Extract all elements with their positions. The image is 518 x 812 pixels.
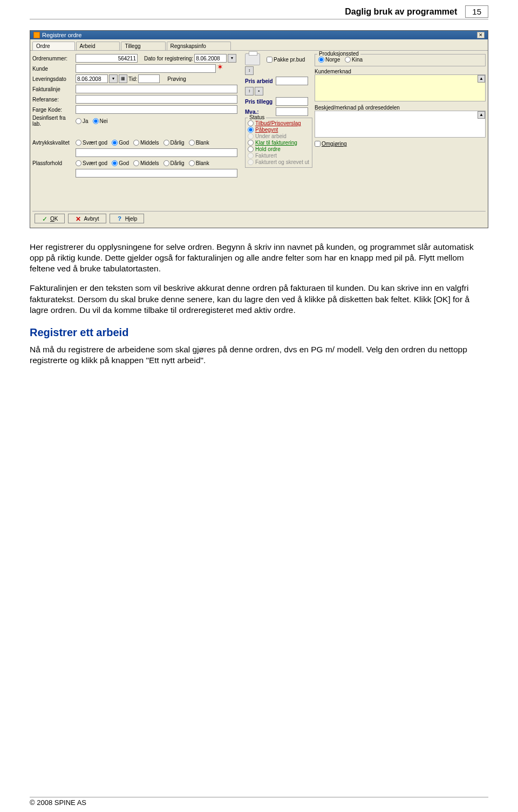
tabstrip: Ordre Arbeid Tillegg Regnskapsinfo [30,39,488,50]
heading-registrer-arbeid: Registrer ett arbeid [30,326,488,339]
desinfisert-ja[interactable]: Ja [76,118,88,124]
referanse-label: Referanse: [32,97,74,103]
pris-arbeid-input[interactable] [276,77,308,85]
kundemerknad-box[interactable]: ▲ [315,74,486,101]
avtrykk-middels[interactable]: Middels [133,140,159,146]
mva-input[interactable] [276,107,308,116]
prod-norge[interactable]: Norge [318,57,340,63]
page-header: Daglig bruk av programmet 15 [30,5,488,19]
ok-button[interactable]: ✓ OOKK [35,214,65,223]
cursor-icon: ✶ [217,63,223,71]
proving-label: Prøving [167,76,186,82]
check-icon: ✓ [42,215,48,222]
ordrenummer-input[interactable] [76,54,138,63]
spin-icon[interactable]: ↕ [245,66,254,75]
calendar-icon[interactable]: ▦ [119,74,127,83]
tab-arbeid[interactable]: Arbeid [76,42,120,50]
dropdown-icon[interactable]: ▾ [109,74,118,83]
dato-reg-input[interactable] [194,54,227,63]
tid-input[interactable] [138,74,160,83]
prodsted-group: Produksjonssted Norge Kina [315,54,486,66]
window-title: Registrer ordre [42,32,81,38]
pakke-checkbox[interactable]: Pakke pr.bud [267,57,305,63]
printer-icon [245,53,260,65]
avtrykk-note-input[interactable] [76,148,237,157]
kunde-input[interactable] [76,64,216,73]
plass-blank[interactable]: Blank [189,160,209,166]
button-bar: ✓ OOKK ✕ Avbryt ? Hjelp [32,211,486,226]
leveringsdato-input[interactable] [76,74,108,83]
page-number: 15 [465,5,488,18]
tab-ordre[interactable]: Ordre [32,42,75,50]
footer: © 2008 SPINE AS [30,797,488,807]
avtrykk-label: Avtrykkskvalitet [32,140,74,146]
pris-tillegg-input[interactable] [276,97,308,106]
close-icon[interactable]: ✕ [477,32,485,38]
avtrykk-blank[interactable]: Blank [189,140,209,146]
fakturalinje-label: Fakturalinje [32,86,74,92]
hjelp-button[interactable]: ? Hjelp [110,214,145,223]
dato-reg-label: Dato for registrering: [144,56,193,62]
plass-note-input[interactable] [76,169,237,178]
pris-arbeid-label: Pris arbeid [245,78,275,84]
avtrykk-god[interactable]: God [112,140,129,146]
plass-label: Plassforhold [32,160,74,166]
plass-darlig[interactable]: Dårlig [163,160,185,166]
x-icon: ✕ [75,215,81,222]
paragraph-1: Her registrerer du opplysningene for sel… [30,242,488,274]
app-icon [33,32,40,38]
referanse-input[interactable] [76,95,237,104]
fargekode-label: Farge Kode: [32,107,74,113]
desinfisert-label: Desinfisert fra lab. [32,115,74,127]
tab-tillegg[interactable]: Tillegg [121,42,165,50]
avtrykk-svaert[interactable]: Svært god [76,140,107,146]
fakturalinje-input[interactable] [76,85,237,93]
spin-icon[interactable]: ↕ [245,87,254,95]
titlebar: Registrer ordre ✕ [30,31,488,39]
status-hold[interactable]: Hold ordre [248,146,310,152]
status-group: Status Tilbud/Prisoverslag Påbegynt Unde… [245,118,312,168]
paragraph-3: Nå må du registrere de arbeidene som ska… [30,344,488,366]
prodsted-title: Produksjonssted [317,51,360,57]
status-tilbud[interactable]: Tilbud/Prisoverslag [248,120,310,126]
beskjed-label: Beskjed/merknad på ordreseddelen [315,105,486,111]
plass-svaert[interactable]: Svært god [76,160,107,166]
question-icon: ? [117,215,123,222]
app-window: Registrer ordre ✕ Ordre Arbeid Tillegg R… [30,30,488,228]
tid-label: Tid: [128,76,137,82]
avbryt-button[interactable]: ✕ Avbryt [68,214,106,223]
omgjoring-checkbox[interactable]: Omgjøring [315,141,347,147]
plass-middels[interactable]: Middels [133,160,159,166]
status-fakturert: Fakturert [248,153,310,159]
scroll-up-icon[interactable]: ▲ [478,75,485,83]
status-klar[interactable]: Klar til fakturering [248,140,310,146]
save-icon[interactable]: ▪ [255,87,263,95]
kunde-label: Kunde [32,66,74,72]
paragraph-2: Fakturalinjen er den teksten som vil bes… [30,283,488,315]
header-title: Daglig bruk av programmet [345,7,457,17]
plass-god[interactable]: God [112,160,129,166]
avtrykk-darlig[interactable]: Dårlig [163,140,185,146]
ordrenummer-label: Ordrenummer: [32,56,74,62]
status-title: Status [248,114,266,120]
fargekode-input[interactable] [76,105,237,114]
prod-kina[interactable]: Kina [345,57,363,63]
kundemerknad-label: Kundemerknad [315,69,486,74]
status-under: Under arbeid [248,133,310,139]
scroll-up-icon[interactable]: ▲ [478,111,485,119]
pris-tillegg-label: Pris tillegg [245,99,275,105]
tab-regnskapsinfo[interactable]: Regnskapsinfo [167,42,231,50]
status-fakt-skrevet: Fakturert og skrevet ut [248,159,310,165]
leveringsdato-label: Leveringsdato [32,76,74,82]
beskjed-box[interactable]: ▲ [315,111,486,138]
mva-label: Mva.: [245,109,275,115]
dropdown-icon[interactable]: ▾ [228,54,236,63]
desinfisert-nei[interactable]: Nei [93,118,108,124]
status-pabegynt[interactable]: Påbegynt [248,127,310,133]
